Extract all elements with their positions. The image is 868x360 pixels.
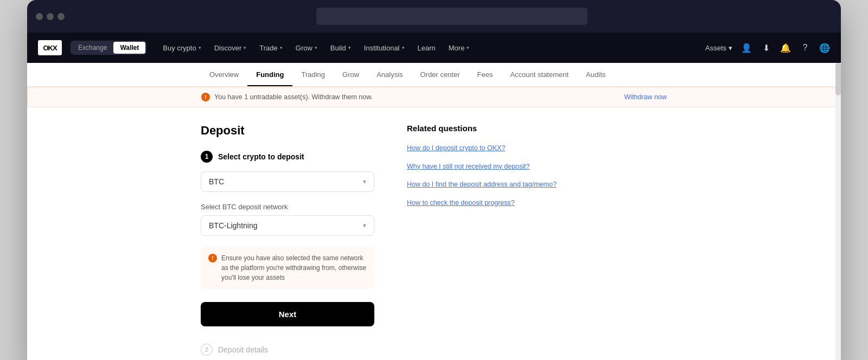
step1-label: Select crypto to deposit <box>218 152 304 161</box>
chevron-down-icon: ▾ <box>348 45 351 50</box>
related-questions: Related questions How do I deposit crypt… <box>407 124 559 356</box>
chevron-down-icon: ▾ <box>729 44 732 52</box>
tab-funding[interactable]: Funding <box>247 63 292 86</box>
step1-header: 1 Select crypto to deposit <box>201 151 374 163</box>
page-body: Deposit 1 Select crypto to deposit BTC ▾… <box>27 107 841 360</box>
nav-menu: Buy crypto ▾ Discover ▾ Trade ▾ Grow ▾ B… <box>157 41 705 55</box>
exchange-tab[interactable]: Exchange <box>72 42 113 54</box>
sub-nav: Overview Funding Trading Grow Analysis O… <box>27 63 841 87</box>
tab-switcher: Exchange Wallet <box>71 41 146 55</box>
step2-header: 2 Deposit details <box>201 344 374 356</box>
help-icon[interactable]: ? <box>800 42 810 53</box>
close-button[interactable] <box>36 13 43 20</box>
chevron-down-icon: ▾ <box>315 45 317 50</box>
logo-text: OKX <box>38 40 62 55</box>
chevron-down-icon: ▾ <box>467 45 469 50</box>
assets-button[interactable]: Assets ▾ <box>705 44 732 52</box>
chevron-down-icon: ▾ <box>402 45 405 50</box>
warning-text: Ensure you have also selected the same n… <box>221 253 367 282</box>
tab-grow[interactable]: Grow <box>334 63 368 86</box>
deposit-form: Deposit 1 Select crypto to deposit BTC ▾… <box>201 124 374 356</box>
download-icon[interactable]: ⬇ <box>761 42 771 53</box>
related-questions-title: Related questions <box>407 124 559 133</box>
tab-trading[interactable]: Trading <box>292 63 334 86</box>
chevron-down-icon: ▾ <box>244 45 246 50</box>
withdraw-now-link[interactable]: Withdraw now <box>624 93 667 101</box>
tab-overview[interactable]: Overview <box>201 63 247 86</box>
traffic-lights <box>36 13 65 20</box>
question-3[interactable]: How do I find the deposit address and ta… <box>407 180 559 190</box>
network-value: BTC-Lightning <box>209 221 258 230</box>
nav-institutional[interactable]: Institutional ▾ <box>359 41 410 55</box>
nav-discover[interactable]: Discover ▾ <box>209 41 252 55</box>
alert-message: You have 1 untradable asset(s). Withdraw… <box>214 93 373 101</box>
warning-icon: ! <box>208 254 217 262</box>
scrollbar[interactable] <box>835 63 841 360</box>
crypto-value: BTC <box>209 177 224 186</box>
step2-label: Deposit details <box>218 345 268 354</box>
crypto-select[interactable]: BTC ▾ <box>201 171 374 192</box>
alert-left: ! You have 1 untradable asset(s). Withdr… <box>201 93 373 101</box>
tab-analysis[interactable]: Analysis <box>368 63 411 86</box>
nav-buy-crypto[interactable]: Buy crypto ▾ <box>157 41 206 55</box>
network-label: Select BTC deposit network <box>201 203 374 211</box>
chevron-down-icon: ▾ <box>363 178 366 185</box>
tab-account-statement[interactable]: Account statement <box>501 63 577 86</box>
chevron-down-icon: ▾ <box>363 222 366 229</box>
chevron-down-icon: ▾ <box>199 45 201 50</box>
bell-icon[interactable]: 🔔 <box>780 42 791 53</box>
question-2[interactable]: Why have I still not received my deposit… <box>407 162 559 172</box>
browser-chrome <box>27 0 841 33</box>
step2-badge: 2 <box>201 344 213 356</box>
user-icon[interactable]: 👤 <box>741 42 752 53</box>
network-select[interactable]: BTC-Lightning ▾ <box>201 215 374 236</box>
logo[interactable]: OKX <box>38 40 62 55</box>
next-button[interactable]: Next <box>201 302 374 326</box>
address-bar[interactable] <box>316 8 588 25</box>
globe-icon[interactable]: 🌐 <box>819 42 830 53</box>
maximize-button[interactable] <box>58 13 65 20</box>
chevron-down-icon: ▾ <box>280 45 283 50</box>
nav-grow[interactable]: Grow ▾ <box>290 41 323 55</box>
tab-audits[interactable]: Audits <box>577 63 614 86</box>
nav-build[interactable]: Build ▾ <box>325 41 356 55</box>
step1-badge: 1 <box>201 151 213 163</box>
question-1[interactable]: How do I deposit crypto to OKX? <box>407 144 559 153</box>
nav-trade[interactable]: Trade ▾ <box>254 41 288 55</box>
nav-right: Assets ▾ 👤 ⬇ 🔔 ? 🌐 <box>705 42 830 53</box>
alert-banner: ! You have 1 untradable asset(s). Withdr… <box>27 87 841 107</box>
tab-fees[interactable]: Fees <box>469 63 502 86</box>
minimize-button[interactable] <box>47 13 54 20</box>
page-title: Deposit <box>201 124 374 138</box>
warning-icon: ! <box>201 93 210 101</box>
navbar: OKX Exchange Wallet Buy crypto ▾ Discove… <box>27 33 841 63</box>
network-warning: ! Ensure you have also selected the same… <box>201 247 374 289</box>
tab-order-center[interactable]: Order center <box>412 63 469 86</box>
nav-more[interactable]: More ▾ <box>443 41 475 55</box>
wallet-tab[interactable]: Wallet <box>113 42 145 54</box>
nav-learn[interactable]: Learn <box>412 41 441 55</box>
question-4[interactable]: How to check the deposit progress? <box>407 198 559 208</box>
scrollbar-thumb[interactable] <box>835 63 841 95</box>
